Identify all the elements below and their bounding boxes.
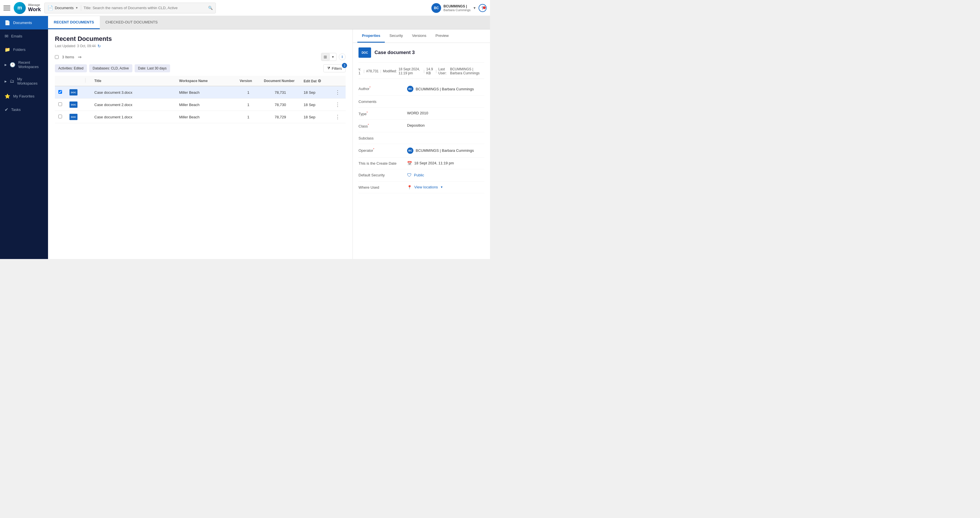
filter-chip-date[interactable]: Date: Last 30 days [135, 64, 170, 72]
col-header-editdate[interactable]: Edit Dat ⚙ [300, 76, 331, 86]
last-updated: Last Updated 3 Oct, 09:44 ↻ [55, 44, 346, 48]
table-row[interactable]: DOC Case document 1.docx Miller Beach 1 … [55, 111, 346, 123]
info-button[interactable]: i [339, 54, 346, 60]
product-name: Work [28, 6, 41, 13]
prop-label-subclass: Subclass [358, 136, 407, 140]
col-header-title[interactable]: Title [91, 76, 176, 86]
calendar-icon: 📅 [407, 161, 412, 165]
user-fullname: Barbara Cummings [444, 8, 471, 12]
row-checkbox-cell[interactable] [55, 99, 66, 111]
col-header-workspace[interactable]: Workspace Name [176, 76, 236, 86]
sidebar-item-recent-workspaces[interactable]: ▶ 🕐 Recent Workspaces [0, 56, 48, 73]
row-doc-icon-cell: DOC [66, 99, 82, 111]
my-workspaces-icon: 🗂 [10, 79, 14, 84]
filter-chip-activities[interactable]: Activities: Edited [55, 64, 87, 72]
search-input[interactable] [83, 6, 205, 10]
meta-version: v. 1 [358, 67, 362, 75]
view-dropdown-chevron[interactable]: ▼ [329, 54, 336, 60]
notification-wrapper: ? [479, 4, 487, 12]
properties-content: DOC Case document 3 v. 1 | #78,731 | Mod… [353, 43, 490, 198]
row-checkbox-cell[interactable] [55, 86, 66, 99]
folders-icon: 📁 [5, 47, 10, 52]
doc-type-icon: DOC [70, 89, 78, 95]
sidebar-item-my-favorites[interactable]: ⭐ My Favorites [0, 89, 48, 103]
notification-dot [483, 6, 486, 9]
prop-label-where-used: Where Used [358, 185, 407, 189]
row-editdate-cell: 18 Sep [300, 86, 331, 99]
user-dropdown-chevron[interactable]: ▼ [473, 6, 476, 10]
grid-view-button[interactable]: ⊞ [321, 53, 329, 60]
chevron-down-icon: ▼ [75, 6, 78, 10]
sidebar-item-documents[interactable]: 📄 Documents [0, 16, 48, 29]
col-header-docnum[interactable]: Document Number [261, 76, 300, 86]
sidebar-item-my-workspaces[interactable]: ▶ 🗂 My Workspaces [0, 73, 48, 89]
prop-value-type: WORD 2010 [407, 111, 484, 115]
row-actions-cell[interactable]: ⋮ [331, 86, 346, 99]
row-checkbox[interactable] [58, 102, 62, 106]
security-link[interactable]: Public [414, 173, 424, 177]
tab-security[interactable]: Security [385, 29, 407, 43]
sidebar-item-tasks[interactable]: ✔ Tasks [0, 103, 48, 116]
search-type-label: Documents [55, 6, 74, 10]
sidebar-item-emails[interactable]: ✉ Emails [0, 29, 48, 43]
more-options-button[interactable]: ⋮ [334, 89, 341, 95]
row-title-cell[interactable]: Case document 2.docx [91, 99, 176, 111]
more-options-button[interactable]: ⋮ [334, 102, 341, 108]
prop-label-type: Type* [358, 111, 407, 116]
app-header: m iManage Work 📄 Documents ▼ 🔍 BC BCUMMI… [0, 0, 490, 16]
meta-file-size: 14.9 KB [426, 67, 434, 75]
tab-versions[interactable]: Versions [407, 29, 431, 43]
row-actions-cell[interactable]: ⋮ [331, 99, 346, 111]
chevron-down-icon: ▼ [440, 186, 443, 189]
row-workspace-cell: Miller Beach [176, 86, 236, 99]
required-indicator: * [373, 148, 374, 151]
row-lock-cell [82, 99, 91, 111]
view-locations-link[interactable]: View locations [414, 185, 438, 189]
table-row[interactable]: DOC Case document 3.docx Miller Beach 1 … [55, 86, 346, 99]
documents-panel: Recent Documents Last Updated 3 Oct, 09:… [48, 29, 353, 259]
prop-value-default-security[interactable]: 🛡 Public [407, 173, 484, 178]
col-header-version[interactable]: Version [236, 76, 261, 86]
row-checkbox[interactable] [58, 90, 62, 94]
prop-row-where-used: Where Used 📍 View locations ▼ [358, 181, 484, 193]
search-type-selector[interactable]: 📄 Documents ▼ [48, 5, 81, 11]
search-bar[interactable]: 📄 Documents ▼ 🔍 [44, 3, 216, 13]
select-all-checkbox[interactable] [55, 55, 59, 59]
filters-label: Filters [332, 66, 342, 71]
row-checkbox[interactable] [58, 114, 62, 118]
row-title-cell[interactable]: Case document 1.docx [91, 111, 176, 123]
document-type-icon: 📄 [48, 5, 53, 11]
emails-icon: ✉ [5, 33, 8, 39]
filters-button[interactable]: ⧩ Filters 3 [323, 64, 346, 72]
gear-icon[interactable]: ⚙ [318, 79, 321, 83]
prop-row-operator: Operator* BC BCUMMINGS | Barbara Cumming… [358, 144, 484, 157]
meta-last-user-label: Last User: [438, 67, 448, 75]
header-right: BC BCUMMINGS | Barbara Cummings ▼ ? [431, 3, 487, 13]
refresh-icon[interactable]: ↻ [97, 44, 101, 48]
user-info: BCUMMINGS | Barbara Cummings [444, 4, 471, 12]
sidebar-item-label: Emails [11, 34, 22, 38]
sidebar-item-folders[interactable]: 📁 Folders [0, 43, 48, 56]
more-options-button[interactable]: ⋮ [334, 114, 341, 120]
tasks-icon: ✔ [5, 107, 8, 112]
tab-preview[interactable]: Preview [431, 29, 453, 43]
filter-chip-databases[interactable]: Databases: CLD, Active [89, 64, 132, 72]
table-row[interactable]: DOC Case document 2.docx Miller Beach 1 … [55, 99, 346, 111]
prop-row-create-date: This is the Create Date 📅 18 Sept 2024, … [358, 157, 484, 169]
last-updated-prefix: Last Updated [55, 44, 75, 48]
export-icon[interactable]: ⇒ [78, 54, 81, 60]
search-button[interactable]: 🔍 [208, 6, 213, 10]
tab-recent-documents[interactable]: RECENT DOCUMENTS [48, 16, 100, 29]
sidebar-item-label: Tasks [11, 108, 21, 112]
tab-properties[interactable]: Properties [357, 29, 385, 43]
prop-value-where-used[interactable]: 📍 View locations ▼ [407, 185, 484, 189]
row-doc-icon-cell: DOC [66, 86, 82, 99]
row-doc-icon-cell: DOC [66, 111, 82, 123]
tab-checked-out-documents[interactable]: CHECKED-OUT DOCUMENTS [100, 16, 164, 29]
row-checkbox-cell[interactable] [55, 111, 66, 123]
meta-modified-date: 18 Sept 2024, 11:19 pm [399, 67, 422, 75]
sidebar-item-label: Folders [13, 48, 25, 52]
row-actions-cell[interactable]: ⋮ [331, 111, 346, 123]
row-title-cell[interactable]: Case document 3.docx [91, 86, 176, 99]
hamburger-button[interactable] [3, 5, 10, 11]
